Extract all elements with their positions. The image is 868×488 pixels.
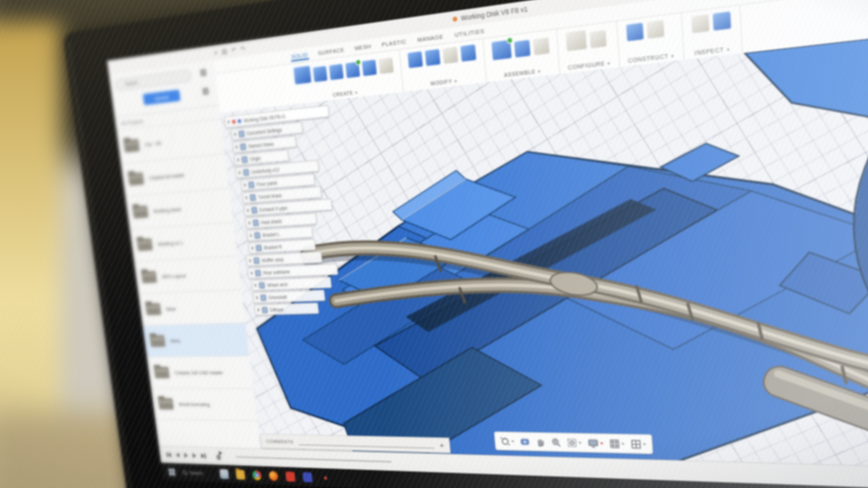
expand-caret-icon[interactable] (239, 171, 241, 175)
folder-row[interactable]: World borrowing (151, 388, 257, 421)
browser-row-label: Wheel arch (267, 282, 288, 288)
orbit-button[interactable] (500, 436, 514, 445)
undo-icon[interactable]: ↶ (231, 46, 237, 53)
browser-row-label: Muffler assy (261, 257, 284, 262)
component-icon (259, 282, 265, 288)
timeline-go-to-end-button[interactable] (201, 453, 206, 458)
construction-plane-icon[interactable] (626, 22, 644, 42)
grid-snaps-button[interactable] (609, 439, 625, 449)
timeline-play-button[interactable] (184, 453, 188, 458)
pan-button[interactable] (535, 437, 545, 446)
expand-caret-icon[interactable] (236, 145, 238, 149)
start-button[interactable] (169, 468, 176, 476)
revolve-icon[interactable] (329, 64, 344, 80)
file-explorer-icon[interactable] (219, 468, 229, 479)
timeline-go-to-start-button[interactable] (166, 453, 171, 458)
folder-app-icon[interactable] (235, 469, 245, 479)
ribbon-group-construct: CONSTRUCT▾ (617, 13, 684, 67)
browser-row-label: Underbody v12 (251, 167, 279, 174)
firefox-icon[interactable] (268, 471, 278, 481)
timeline-track[interactable] (236, 456, 391, 463)
config-table-icon[interactable] (590, 30, 608, 48)
taskbar-search[interactable]: Search (182, 469, 203, 476)
expand-caret-icon[interactable] (234, 132, 237, 137)
measure-icon[interactable] (691, 14, 710, 33)
tab-surface[interactable]: SURFACE (317, 44, 346, 58)
expand-caret-icon[interactable] (251, 271, 253, 275)
expand-caret-icon[interactable] (256, 296, 258, 300)
expand-caret-icon[interactable] (248, 221, 250, 225)
expand-caret-icon[interactable] (244, 183, 246, 187)
browser-row[interactable]: Diffuser (254, 303, 319, 316)
look-at-button[interactable] (519, 437, 529, 446)
construction-axis-icon[interactable] (646, 20, 664, 39)
component-icon (260, 294, 267, 301)
loft-icon[interactable] (362, 59, 377, 77)
upload-button[interactable]: Upload (142, 90, 180, 106)
notification-dot (323, 476, 327, 479)
primitive-icon[interactable] (378, 57, 394, 74)
display-settings-button[interactable] (587, 438, 603, 448)
pdf-app-icon[interactable] (285, 471, 295, 481)
folder-row-selected[interactable]: Rims (142, 323, 249, 357)
viewports-button[interactable] (631, 439, 647, 449)
rigid-group-icon[interactable] (532, 37, 550, 56)
folder-row[interactable]: Chassis 100 CAD master (147, 356, 253, 389)
comment-input[interactable] (298, 438, 435, 448)
folder-row[interactable]: Working v2.1 (129, 223, 237, 262)
expand-caret-icon[interactable] (250, 234, 252, 238)
fit-button[interactable] (567, 437, 582, 448)
timeline-step-forward-button[interactable] (192, 453, 197, 458)
redo-icon[interactable]: ↷ (240, 45, 246, 52)
add-comment-button[interactable]: + (439, 441, 444, 449)
new-component-assemble-icon[interactable] (491, 40, 512, 61)
timeline-marker[interactable] (216, 450, 224, 463)
expand-caret-icon[interactable] (252, 246, 254, 250)
chrome-icon[interactable] (252, 470, 262, 480)
configuration-icon[interactable] (566, 30, 587, 51)
expand-caret-icon[interactable] (237, 158, 239, 162)
fillet-icon[interactable] (425, 48, 441, 66)
folder-row[interactable]: Base (138, 290, 245, 325)
browser-row[interactable]: Wheel arch (251, 277, 332, 291)
section-analysis-icon[interactable] (712, 11, 731, 31)
tab-plastic[interactable]: PLASTIC (380, 36, 408, 50)
expand-caret-icon[interactable] (250, 259, 252, 263)
grid-view-icon[interactable] (200, 69, 207, 77)
sweep-icon[interactable] (345, 61, 360, 78)
combine-icon[interactable] (460, 44, 477, 62)
file-icon[interactable]: ▤ (221, 48, 227, 55)
monitor: ≡ ▤ ↶ ↷ Working Disk V8 F8 v1 (0, 0, 868, 488)
folder-name: Working sheet (153, 206, 182, 214)
expand-caret-icon[interactable] (258, 308, 260, 312)
tab-utilities[interactable]: UTILITIES (454, 25, 486, 40)
timeline-step-back-button[interactable] (176, 453, 180, 458)
browser-row-label: Named Views (248, 141, 274, 148)
tab-mesh[interactable]: MESH (354, 40, 373, 53)
tab-manage[interactable]: MANAGE (416, 31, 444, 45)
shell-icon[interactable] (442, 46, 458, 64)
chevron-down-icon: ▾ (608, 60, 611, 67)
expand-caret-icon[interactable] (228, 120, 230, 124)
list-view-icon[interactable] (202, 87, 209, 95)
expand-caret-icon[interactable] (255, 283, 257, 288)
teams-icon[interactable] (302, 472, 312, 482)
expand-caret-icon[interactable] (245, 195, 247, 200)
browser-row-label: Tunnel brace (258, 192, 282, 199)
expand-caret-icon[interactable] (247, 208, 249, 213)
sync-warning-icon (232, 119, 236, 123)
folder-row[interactable]: MFG Layout (134, 257, 241, 294)
joint-icon[interactable] (514, 40, 530, 58)
browser-row[interactable]: Driveshaft (252, 290, 326, 304)
folder-name: Chassis 100 CAD master (174, 369, 224, 375)
folder-icon (141, 271, 157, 283)
menu-icon[interactable]: ≡ (213, 49, 218, 56)
tab-solid[interactable]: SOLID (290, 49, 309, 61)
zoom-button[interactable] (551, 437, 562, 448)
search-input[interactable] (114, 69, 192, 91)
press-pull-icon[interactable] (407, 51, 423, 69)
new-component-icon[interactable] (293, 66, 311, 85)
folder-name: Rims (170, 338, 180, 343)
extrude-icon[interactable] (312, 66, 328, 82)
chevron-down-icon: ▾ (671, 52, 674, 59)
